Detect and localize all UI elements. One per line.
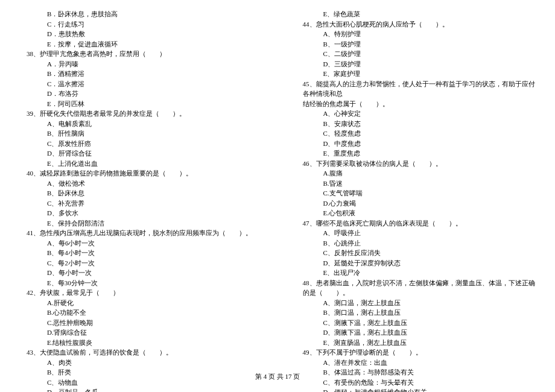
option: D、便秘：与进食粗纤维食物少有关 <box>294 387 538 392</box>
option: B、安康状态 <box>294 119 538 129</box>
option: C．行走练习 <box>18 19 261 30</box>
question-43: 43、大便隐血试验前，可选择的饮食是（ ）。 <box>18 347 261 358</box>
option: E、保持会阴部清洁 <box>18 218 261 229</box>
option: A、测口温，测左上肢血压 <box>294 298 538 308</box>
option: C、轻度焦虑 <box>294 128 538 139</box>
option: E、出现尸冷 <box>294 268 538 278</box>
option: D、每小时一次 <box>18 268 261 278</box>
option: D.心力衰竭 <box>294 198 538 209</box>
option: C、测腋下温，测左上肢血压 <box>294 318 538 328</box>
option: B、每4小时一次 <box>18 248 261 258</box>
option: D、延髓处于深度抑制状态 <box>294 258 538 268</box>
question-40: 40、减轻尿路刺激征的非药物措施最重要的是（ ）。 <box>18 168 261 179</box>
option: D．布洛芬 <box>18 89 261 99</box>
question-44: 44、急性大面积心肌梗死的病人应给予（ ）。 <box>294 19 538 30</box>
question-38: 38、护理甲亢危象患者高热时，应禁用（ ） <box>18 49 261 59</box>
option: C．温水擦浴 <box>18 79 261 89</box>
option: C、二级护理 <box>294 49 538 59</box>
option: D．患肢热敷 <box>18 29 261 39</box>
option: A、心神安定 <box>294 109 538 119</box>
option: C、每2小时一次 <box>18 258 261 268</box>
option: C.恶性肿瘤晚期 <box>18 318 261 328</box>
option: E.心包积液 <box>294 208 538 218</box>
question-48: 48、患者脑出血，入院时意识不清，左侧肢体偏瘫，测量血压、体温，下述正确的是（ … <box>294 278 538 298</box>
option: D、三级护理 <box>294 59 538 69</box>
question-42: 42、舟状腹，最常见于（ ） <box>18 288 261 298</box>
question-45-line2: 结经验的焦虑属于（ ）。 <box>294 99 538 109</box>
option: D、豆制品、冬瓜 <box>18 387 261 392</box>
question-45-line1: 45、能提高人的注意力和警惕性，使人处于一种有益于学习的状态，有助于应付各种情境… <box>294 79 538 99</box>
option: E、重度焦虑 <box>294 148 538 159</box>
option: B.昏迷 <box>294 179 538 189</box>
option: B、卧床休息 <box>18 188 261 198</box>
option: A、肉类 <box>18 358 261 368</box>
option: C.支气管哮喘 <box>294 188 538 198</box>
option: B、一级护理 <box>294 39 538 49</box>
option: B.心功能不全 <box>18 308 261 318</box>
option: A、呼吸停止 <box>294 228 538 238</box>
option: E.结核性腹膜炎 <box>18 338 261 348</box>
option: B．卧床休息，患肢抬高 <box>18 9 261 19</box>
option: C、原发性肝癌 <box>18 139 261 149</box>
option: B、心跳停止 <box>294 238 538 248</box>
option: A、每6小时一次 <box>18 238 261 248</box>
option: E、上消化道出血 <box>18 159 261 169</box>
option: B、测口温，测右上肢血压 <box>294 308 538 318</box>
option: E．按摩，促进血液循环 <box>18 39 261 49</box>
option: E．阿司匹林 <box>18 99 261 109</box>
option: D、中度焦虑 <box>294 139 538 149</box>
option: D、多饮水 <box>18 208 261 218</box>
option: A、做松弛术 <box>18 179 261 189</box>
option: A、特别护理 <box>294 29 538 39</box>
question-39: 39、肝硬化失代偿期患者最常见的并发症是（ ）。 <box>18 109 261 119</box>
page-footer: 第 4 页 共 17 页 <box>0 372 555 381</box>
option: E、家庭护理 <box>294 69 538 79</box>
option: A、电解质紊乱 <box>18 119 261 129</box>
right-column: E、绿色蔬菜 44、急性大面积心肌梗死的病人应给予（ ）。 A、特别护理 B、一… <box>294 9 538 392</box>
left-column: B．卧床休息，患肢抬高 C．行走练习 D．患肢热敷 E．按摩，促进血液循环 38… <box>18 9 261 392</box>
option: A.腹痛 <box>294 168 538 179</box>
question-47: 47、哪些不是临床死亡期病人的临床表现是（ ）。 <box>294 218 538 229</box>
option: D.肾病综合征 <box>18 327 261 338</box>
question-49: 49、下列不属于护理诊断的是（ ）。 <box>294 347 538 358</box>
option: A．异丙嗪 <box>18 59 261 69</box>
option: E、每30分钟一次 <box>18 278 261 288</box>
option: E、绿色蔬菜 <box>294 9 538 19</box>
option: C、反射性反应消失 <box>294 248 538 258</box>
question-46: 46、下列需要采取被动体位的病人是（ ）。 <box>294 159 538 169</box>
option: B．酒精擦浴 <box>18 69 261 79</box>
option: B、肝性脑病 <box>18 128 261 139</box>
option: A.肝硬化 <box>18 298 261 308</box>
option: E、测直肠温，测左上肢血压 <box>294 338 538 348</box>
option: C、补充营养 <box>18 198 261 209</box>
question-41: 41、急性颅内压增高患儿出现脑疝表现时，脱水剂的应用频率应为（ ）。 <box>18 228 261 238</box>
option: A、潜在并发症：出血 <box>294 358 538 368</box>
option: D、肝肾综合征 <box>18 148 261 159</box>
option: D、测腋下温，测右上肢血压 <box>294 327 538 338</box>
